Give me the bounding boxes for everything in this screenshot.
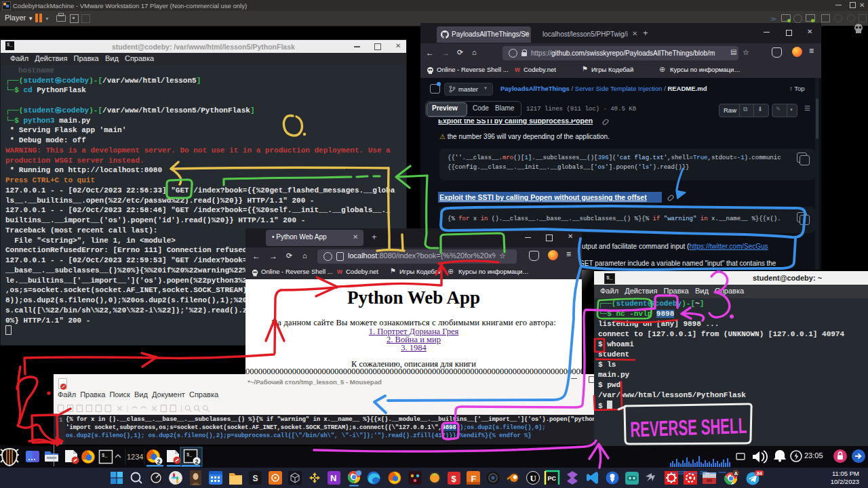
svg-text:REVERSE SHELL: REVERSE SHELL [630,413,747,442]
